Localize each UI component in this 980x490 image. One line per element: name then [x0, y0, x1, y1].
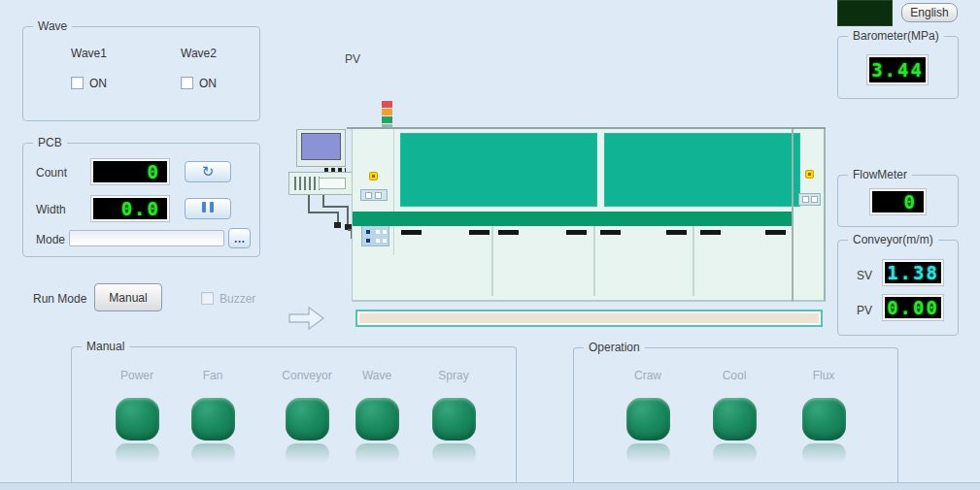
- conveyor-group: Conveyor(m/m) SV 1.38 PV 0.00: [837, 240, 959, 336]
- operation-cool-column: Cool: [695, 369, 773, 467]
- pcb-group-title: PCB: [33, 136, 67, 149]
- conveyor-button[interactable]: [286, 398, 329, 441]
- wave1-label: Wave1: [38, 47, 140, 60]
- pc-monitor-icon: [296, 129, 346, 167]
- buzzer-label: Buzzer: [220, 292, 255, 306]
- bottom-strip: [0, 482, 980, 490]
- fan-button[interactable]: [191, 398, 235, 441]
- operation-craw-column: Craw: [609, 369, 687, 467]
- wave-button[interactable]: [355, 398, 399, 441]
- buzzer-checkbox[interactable]: [201, 292, 214, 305]
- run-mode-label: Run Mode: [33, 292, 86, 306]
- craw-button-reflection: [626, 443, 670, 467]
- machine-body: [352, 129, 826, 302]
- pcb-count-label: Count: [36, 166, 67, 180]
- power-label: Power: [98, 369, 176, 382]
- manual-power-column: Power: [98, 369, 176, 467]
- conveyor-pv-label: PV: [857, 304, 872, 317]
- pcb-width-label: Width: [36, 203, 66, 216]
- manual-conveyor-column: Conveyor: [268, 369, 346, 467]
- conveyor-sv-display: 1.38: [883, 260, 943, 285]
- manual-group: Manual Power Fan Conveyor Wave Spray: [71, 346, 517, 483]
- wave1-column: Wave1 ON: [38, 47, 140, 90]
- wave-button-reflection: [355, 443, 399, 467]
- flux-label: Flux: [785, 369, 862, 382]
- conveyor-button-label: Conveyor: [268, 369, 346, 382]
- wave1-on-row: ON: [38, 77, 140, 90]
- wave-group: Wave Wave1 ON Wave2 ON: [22, 26, 260, 121]
- wave-solder-hmi-window: Wave Wave1 ON Wave2 ON PCB Count 0 ↻ Wid…: [0, 0, 980, 490]
- pcb-group: PCB Count 0 ↻ Width 0.0 Mode …: [22, 143, 260, 257]
- craw-label: Craw: [609, 369, 687, 382]
- wave2-on-row: ON: [148, 77, 250, 90]
- pause-icon: [200, 202, 216, 215]
- mode-input[interactable]: [69, 230, 224, 246]
- pv-tag-label: PV: [345, 52, 360, 66]
- flux-button[interactable]: [802, 398, 846, 441]
- operation-flux-column: Flux: [785, 369, 862, 467]
- flowmeter-display: 0: [870, 189, 926, 214]
- logo-display: [837, 0, 893, 26]
- wave-group-title: Wave: [33, 19, 72, 33]
- pcb-count-display: 0: [91, 159, 169, 184]
- conveyor-sv-label: SV: [857, 269, 872, 282]
- power-button[interactable]: [116, 398, 159, 441]
- spray-label: Spray: [415, 369, 492, 382]
- fan-label: Fan: [174, 369, 252, 382]
- flux-button-reflection: [802, 443, 846, 467]
- machine-green-strip: [353, 212, 792, 226]
- barometer-group: Barometer(MPa) 3.44: [837, 36, 959, 99]
- right-indicator-lamp: [805, 170, 814, 179]
- operation-group: Operation Craw Cool Flux: [573, 347, 898, 483]
- craw-button[interactable]: [626, 398, 670, 441]
- machine-graphic: [282, 97, 830, 340]
- machine-panel-right: [604, 133, 800, 207]
- conveyor-belt-graphic: [355, 310, 823, 327]
- wave1-on-checkbox[interactable]: [71, 77, 84, 89]
- count-reset-button[interactable]: ↻: [185, 161, 231, 182]
- conveyor-title: Conveyor(m/m): [848, 233, 938, 246]
- wave2-label: Wave2: [148, 47, 250, 60]
- reset-icon: ↻: [202, 163, 215, 180]
- flowmeter-group: FlowMeter 0: [837, 175, 959, 227]
- manual-group-title: Manual: [82, 340, 129, 353]
- barometer-title: Barometer(MPa): [848, 29, 944, 43]
- width-pause-button[interactable]: [185, 198, 231, 219]
- flow-arrow-icon: [287, 305, 326, 334]
- cool-label: Cool: [695, 369, 773, 382]
- wave2-on-label: ON: [199, 77, 217, 90]
- mode-browse-button[interactable]: …: [228, 228, 251, 248]
- flowmeter-title: FlowMeter: [848, 168, 912, 181]
- left-indicator-lamp: [369, 172, 378, 180]
- signal-tower-icon: [382, 101, 392, 127]
- wave2-on-checkbox[interactable]: [181, 77, 193, 89]
- power-button-reflection: [116, 443, 159, 467]
- control-panel-icon: [361, 225, 389, 246]
- wave-button-label: Wave: [338, 369, 416, 382]
- conveyor-button-reflection: [286, 443, 329, 467]
- pc-case-icon: [288, 172, 353, 195]
- ellipsis-icon: …: [234, 232, 246, 245]
- manual-spray-column: Spray: [415, 369, 492, 467]
- pcb-mode-label: Mode: [36, 233, 65, 246]
- cool-button[interactable]: [713, 398, 757, 441]
- wave1-on-label: ON: [89, 77, 107, 90]
- manual-fan-column: Fan: [174, 369, 252, 467]
- spray-button-reflection: [432, 443, 476, 467]
- barometer-display: 3.44: [867, 55, 928, 84]
- cool-button-reflection: [713, 443, 757, 467]
- language-button[interactable]: English: [901, 3, 958, 22]
- machine-panel-left: [400, 133, 597, 207]
- manual-wave-column: Wave: [338, 369, 416, 467]
- wave2-column: Wave2 ON: [148, 47, 250, 90]
- left-connector-icon: [360, 189, 388, 201]
- run-mode-button[interactable]: Manual: [94, 283, 162, 311]
- buzzer-row: Buzzer: [201, 292, 255, 306]
- spray-button[interactable]: [432, 398, 476, 441]
- pcb-width-display: 0.0: [91, 196, 169, 221]
- right-connector-icon: [798, 193, 821, 206]
- operation-group-title: Operation: [584, 341, 645, 354]
- conveyor-pv-display: 0.00: [883, 295, 943, 320]
- fan-button-reflection: [191, 443, 235, 467]
